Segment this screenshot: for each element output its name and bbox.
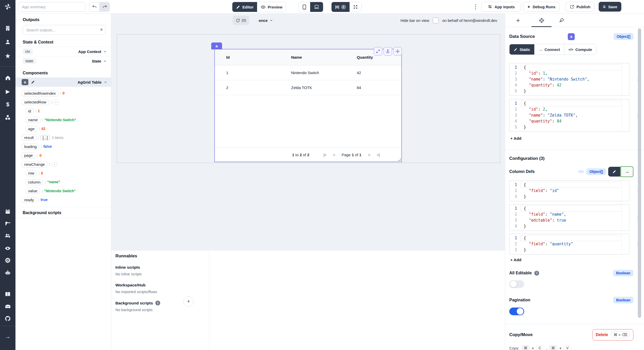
anchor-component-button[interactable] [384, 47, 392, 56]
ai-robot-icon[interactable] [0, 268, 15, 278]
refresh-count-button[interactable]: (0) [233, 16, 249, 25]
column-header[interactable]: Id [215, 55, 280, 60]
discord-icon[interactable] [0, 301, 15, 311]
clear-search-icon[interactable]: × [100, 27, 103, 32]
collapse-sidebar-arrow-icon[interactable]: → [0, 331, 15, 342]
workspace-building-icon[interactable] [0, 23, 15, 33]
external-link-icon [570, 5, 574, 9]
hide-bar-checkbox[interactable] [433, 18, 439, 23]
editor-tab[interactable]: Editor [232, 2, 257, 12]
add-data-row-button[interactable]: + Add [510, 136, 521, 141]
object-type-badge: Object[] [614, 33, 633, 40]
move-component-button[interactable] [393, 47, 402, 56]
editor-ruler [622, 99, 622, 132]
publish-button[interactable]: Publish [566, 2, 595, 12]
next-page-button[interactable]: > [368, 153, 370, 157]
add-background-script-button[interactable]: + [183, 296, 194, 307]
debug-runs-button[interactable]: Debug Runs [523, 2, 560, 12]
preview-label: Preview [268, 5, 282, 9]
resize-handle[interactable] [398, 158, 401, 161]
search-outputs-input[interactable] [23, 25, 106, 35]
output-row[interactable]: loading:false [22, 142, 108, 151]
last-page-button[interactable]: >| [377, 153, 380, 157]
favorites-star-icon[interactable]: ★ [0, 51, 15, 61]
folders-icon[interactable] [0, 218, 15, 229]
frequency-dropdown[interactable]: once [259, 16, 273, 25]
component-id-tag[interactable]: a [211, 42, 222, 49]
divider [505, 150, 644, 150]
more-menu-button[interactable]: ⋮ [473, 3, 479, 10]
audit-eye-icon[interactable] [0, 243, 15, 253]
docs-book-icon[interactable] [0, 289, 15, 299]
user-icon[interactable] [0, 37, 15, 47]
panel-scrollbar[interactable] [638, 28, 641, 318]
component-settings-tab[interactable] [536, 14, 547, 27]
preview-tab[interactable]: Preview [257, 2, 286, 12]
static-tab[interactable]: Static [510, 44, 534, 55]
component-outline-button[interactable]: |0| i [332, 2, 350, 12]
aggrid-table-component[interactable]: a Id Name Quantity 1 Nintendo Switch 42 … [214, 49, 402, 162]
state-row[interactable]: state State [15, 56, 111, 66]
styling-tab[interactable] [556, 14, 567, 27]
expand-component-button[interactable] [374, 47, 382, 56]
home-icon[interactable] [0, 73, 15, 83]
app-inputs-button[interactable]: App inputs [481, 2, 521, 12]
settings-gear-icon[interactable]: ⚙ [0, 255, 15, 266]
output-row[interactable]: value:"Nintendo Switch" [22, 187, 108, 196]
schedules-calendar-icon[interactable] [0, 206, 15, 217]
resources-blocks-icon[interactable] [0, 112, 15, 122]
pagination-toggle[interactable] [509, 308, 524, 315]
pencil-icon[interactable] [31, 80, 35, 84]
output-row[interactable]: newChange:- [22, 160, 108, 169]
connect-tab[interactable]: → Connect [534, 44, 564, 55]
column-header[interactable]: Name [280, 55, 345, 60]
save-button[interactable]: Save [599, 2, 621, 12]
github-icon[interactable] [0, 313, 15, 324]
app-canvas[interactable]: (0) once Hide bar on view on behalf of h… [111, 14, 505, 250]
windmill-logo-icon[interactable] [0, 2, 15, 12]
insert-component-tab[interactable]: + [513, 14, 523, 27]
all-editable-toggle[interactable] [509, 280, 524, 288]
mode-toggle: Editor Preview [232, 2, 286, 12]
output-row[interactable]: selectedRowIndex:0 [22, 89, 108, 98]
column-def-editor-3[interactable]: 1{ 2"field": "quantity" 3} [509, 234, 629, 255]
output-row[interactable]: selectedRow:- [22, 98, 108, 107]
compute-tab[interactable]: </> Compute [564, 44, 596, 55]
component-header-row[interactable]: a AgGrid Table [15, 77, 111, 87]
groups-users-icon[interactable] [0, 231, 15, 241]
output-row[interactable]: result:[...]2 items [22, 133, 108, 142]
ctx-row[interactable]: ctx App Context [15, 47, 111, 56]
fullscreen-icon [353, 5, 358, 9]
json-editor-row-1[interactable]: 1{ 2"id": 1, 3"name": "Nintendo Switch",… [509, 63, 629, 96]
prev-page-button[interactable]: < [333, 153, 335, 157]
column-def-editor-2[interactable]: 1{ 2"field": "name", 3"editable": true 4… [509, 204, 629, 231]
output-row[interactable]: name:"Nintendo Switch" [22, 116, 108, 125]
app-summary-input[interactable] [18, 2, 86, 12]
runs-play-icon[interactable]: ▶ [0, 86, 15, 97]
output-row[interactable]: id:1 [22, 107, 108, 116]
phone-icon [302, 5, 306, 10]
redo-button[interactable] [99, 2, 109, 11]
output-row[interactable]: column:"name" [22, 178, 108, 187]
output-row[interactable]: row:0 [22, 169, 108, 178]
add-column-def-button[interactable]: + Add [510, 258, 521, 262]
variables-dollar-icon[interactable]: $ [0, 99, 15, 110]
output-row[interactable]: ready:true [22, 195, 108, 204]
output-row[interactable]: page:0 [22, 151, 108, 160]
undo-button[interactable] [89, 2, 99, 11]
first-page-button[interactable]: |< [324, 153, 326, 157]
column-header[interactable]: Quantity [345, 55, 401, 60]
desktop-view-button[interactable] [310, 2, 323, 12]
json-editor-row-2[interactable]: 1{ 2"id": 2, 3"name": "Zelda TOTK", 4"qu… [509, 99, 629, 132]
delete-component-button[interactable]: Delete ⌘ + ⌫ [592, 329, 633, 340]
table-row[interactable]: 1 Nintendo Switch 42 [215, 65, 401, 80]
table-pager: |< < Page 1 of 1 > >| [324, 153, 380, 157]
edit-mode-button[interactable] [608, 167, 620, 177]
mobile-view-button[interactable] [299, 2, 310, 12]
column-def-editor-1[interactable]: 1{ 2"field": "id" 3} [509, 180, 629, 201]
table-row[interactable]: 2 Zelda TOTK 84 [215, 80, 401, 95]
expand-config-button[interactable]: → [621, 166, 633, 177]
output-row[interactable]: age:42 [22, 124, 108, 133]
fullscreen-button[interactable] [350, 2, 361, 12]
pencil-icon [514, 48, 518, 51]
